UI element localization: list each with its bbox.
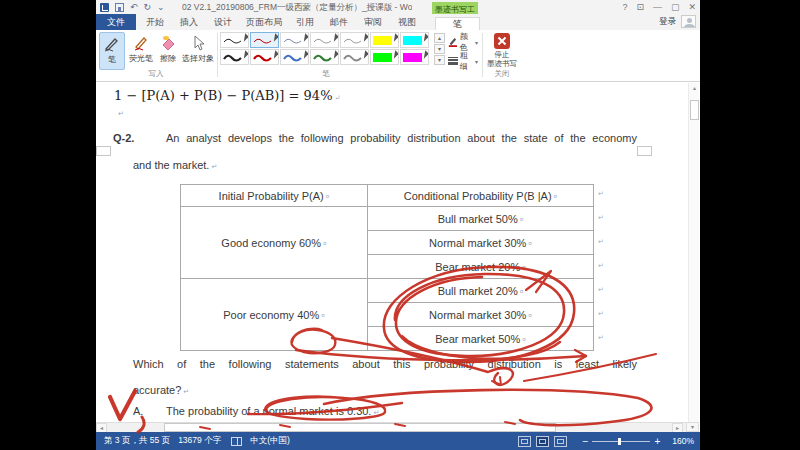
scroll-down-icon[interactable]: ▾: [686, 422, 699, 432]
table-row: Good economy 60%¤ Bull market 50%¤: [181, 207, 594, 231]
horizontal-scroll-thumb[interactable]: [164, 423, 556, 432]
status-bar: 第 3 页，共 55 页 13679 个字 中文(中国) − + 160%: [96, 432, 700, 450]
read-mode-icon[interactable]: [518, 436, 531, 447]
row-end-marks: ↵↵↵ ↵↵↵ ↵: [598, 190, 604, 358]
ribbon-display-options-icon[interactable]: ⊡: [636, 1, 644, 13]
color-button[interactable]: 颜色 ▾: [448, 35, 478, 49]
gallery-more-icon[interactable]: ▾: [434, 55, 445, 65]
highlighter-swatch-cyan[interactable]: [400, 32, 429, 48]
highlighter-swatch-magenta[interactable]: [400, 49, 429, 65]
redo-icon[interactable]: ↻: [144, 2, 152, 12]
web-layout-icon[interactable]: [554, 436, 567, 447]
stop-inking-icon: [494, 33, 510, 49]
highlighter-swatch-yellow[interactable]: [370, 32, 399, 48]
zoom-control: − +: [579, 436, 665, 447]
thickness-icon: [448, 56, 458, 66]
color-icon: [448, 36, 458, 48]
pen-button[interactable]: 笔: [99, 32, 125, 70]
help-icon[interactable]: ?: [622, 1, 627, 13]
probability-table: Initial Probability P(A)¤ Conditional Pr…: [180, 184, 594, 351]
scroll-up-icon[interactable]: ▴: [689, 83, 700, 93]
tab-view[interactable]: 视图: [392, 14, 422, 30]
pen-swatch-red-thick[interactable]: [250, 49, 279, 65]
gallery-scroll-up-icon[interactable]: ▴: [434, 33, 445, 43]
pen-swatch-blue-thin[interactable]: [280, 32, 309, 48]
zoom-in-icon[interactable]: +: [650, 436, 664, 447]
zoom-slider-thumb[interactable]: [618, 438, 621, 445]
pen-swatch-black-thick[interactable]: [220, 49, 249, 65]
undo-icon[interactable]: ↶: [130, 2, 138, 12]
pen-swatch-red-thin-selected[interactable]: [250, 32, 279, 48]
proofing-icon[interactable]: [231, 437, 242, 446]
user-avatar[interactable]: [681, 15, 696, 28]
window-controls: ? ⊡ — ▢ ✕: [622, 1, 696, 13]
option-a-text-content: The probability of a normal market is 0.…: [166, 405, 371, 417]
minimize-icon[interactable]: —: [653, 1, 662, 13]
document-title: 02 V2.1_20190806_FRM一级西蒙（定量分析）_授课版 - Wor…: [182, 2, 412, 14]
tab-layout[interactable]: 页面布局: [242, 14, 286, 30]
option-a-label: A.: [133, 405, 143, 417]
vertical-scrollbar[interactable]: ▴: [688, 83, 699, 422]
paragraph-mark: ↵: [183, 388, 189, 395]
highlighter-swatch-green[interactable]: [370, 49, 399, 65]
question-intro-line2: and the market.↵: [133, 159, 217, 171]
tab-pen-active[interactable]: 笔: [435, 17, 480, 30]
gallery-scroll-buttons: ▴ ▾ ▾: [434, 33, 445, 66]
word-logo-icon: [100, 3, 109, 12]
restore-icon[interactable]: ▢: [671, 1, 680, 13]
zoom-out-icon[interactable]: −: [579, 436, 593, 447]
cell-bear-50: Bear market 50%¤: [368, 327, 594, 351]
question-intro-line2-text: and the market.: [133, 159, 209, 171]
gallery-scroll-down-icon[interactable]: ▾: [434, 44, 445, 54]
save-icon[interactable]: [115, 3, 124, 12]
erase-button-label: 擦除: [156, 53, 180, 64]
tab-file[interactable]: 文件: [96, 14, 136, 30]
word-count[interactable]: 13679 个字: [178, 435, 221, 447]
pen-swatch-gray-thick[interactable]: [340, 49, 369, 65]
pen-swatch-black-thin[interactable]: [220, 32, 249, 48]
highlighter-icon: [132, 34, 150, 52]
formula-line: 1 − [P(A) + P(B) − P(AB)] = 94%↵: [114, 88, 340, 103]
tab-design[interactable]: 设计: [208, 14, 238, 30]
title-bar: ↶ ↻ ⌄ 02 V2.1_20190806_FRM一级西蒙（定量分析）_授课版…: [96, 0, 700, 14]
table-row: Poor economy 40%¤ Bull market 20%¤: [181, 279, 594, 303]
question-text-line2-text: accurate?: [133, 384, 181, 396]
erase-button[interactable]: 擦除: [156, 32, 180, 70]
horizontal-scrollbar[interactable]: ◂ ▸: [96, 422, 688, 432]
thickness-button[interactable]: 粗细 ▾: [448, 54, 478, 68]
highlighter-button-label: 荧光笔: [127, 53, 155, 64]
zoom-slider[interactable]: [592, 441, 650, 442]
cell-bull-50: Bull market 50%¤: [368, 207, 594, 231]
tab-review[interactable]: 审阅: [358, 14, 388, 30]
print-layout-icon[interactable]: [536, 436, 549, 447]
ribbon-pen: 笔 荧光笔 擦除 选择对象 写入: [96, 30, 700, 82]
pen-gallery: [220, 32, 432, 66]
pen-swatch-gray-thin[interactable]: [310, 32, 339, 48]
page-indicator[interactable]: 第 3 页，共 55 页: [104, 435, 170, 447]
tab-home[interactable]: 开始: [140, 14, 170, 30]
question-intro-line1: An analyst develops the following probab…: [166, 132, 637, 145]
color-dropdown-icon: ▾: [475, 39, 478, 46]
tab-mailings[interactable]: 邮件: [324, 14, 354, 30]
select-objects-button[interactable]: 选择对象: [181, 32, 215, 70]
pen-swatch-blue-thick[interactable]: [280, 49, 309, 65]
close-icon[interactable]: ✕: [688, 1, 696, 13]
qat-menu-icon[interactable]: ⌄: [157, 2, 165, 12]
option-a-text: The probability of a normal market is 0.…: [166, 405, 379, 417]
cell-poor-economy: Poor economy 40%¤: [181, 279, 368, 351]
pens-group-label: 笔: [296, 69, 356, 79]
ribbon-tab-strip: 文件 开始 插入 设计 页面布局 引用 邮件 审阅 视图 笔 登录: [96, 14, 700, 30]
paragraph-mark: ↵: [335, 94, 341, 102]
paragraph-mark: ↵: [211, 163, 217, 170]
pen-swatch-gray-thin-2[interactable]: [340, 32, 369, 48]
pen-swatch-green-thick[interactable]: [310, 49, 339, 65]
vertical-scroll-thumb[interactable]: [690, 100, 699, 120]
language-indicator[interactable]: 中文(中国): [250, 435, 290, 447]
zoom-level[interactable]: 160%: [672, 436, 694, 446]
tab-insert[interactable]: 插入: [174, 14, 204, 30]
sign-in-link[interactable]: 登录: [659, 16, 676, 28]
highlighter-button[interactable]: 荧光笔: [127, 32, 155, 70]
document-page[interactable]: 1 − [P(A) + P(B) − P(AB)] = 94%↵ ↵ Q-2. …: [96, 82, 688, 422]
tab-references[interactable]: 引用: [290, 14, 320, 30]
formula-text: 1 − [P(A) + P(B) − P(AB)] = 94%: [114, 88, 333, 103]
